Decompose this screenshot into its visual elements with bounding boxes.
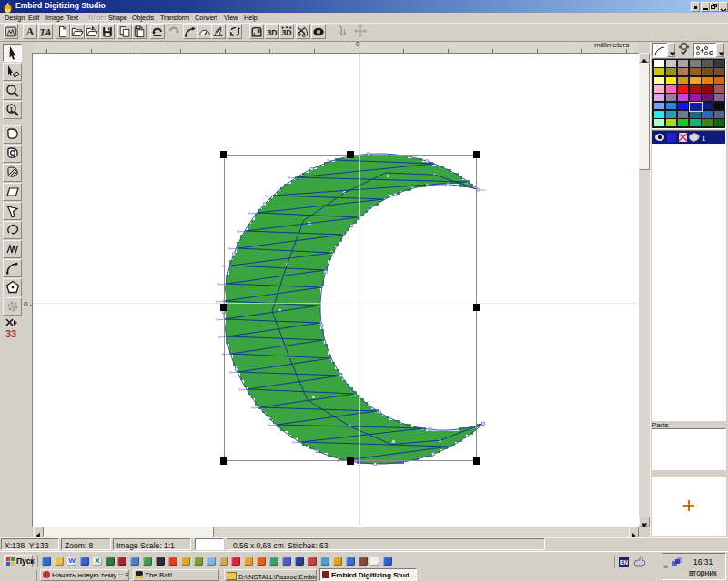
svg-text:c: c — [709, 48, 713, 56]
svg-text:3D: 3D — [267, 28, 277, 37]
svg-text:3D: 3D — [281, 28, 291, 37]
svg-text:1: 1 — [9, 106, 13, 113]
svg-text:A: A — [26, 25, 35, 38]
svg-text:1: 1 — [702, 135, 706, 143]
